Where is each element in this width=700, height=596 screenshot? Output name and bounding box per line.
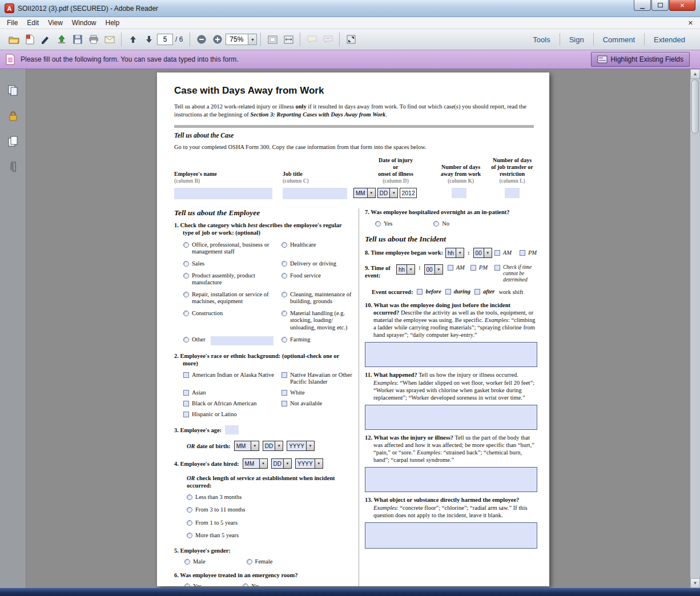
- dropdown-arrow-icon[interactable]: ▼: [251, 441, 259, 450]
- close-button[interactable]: ✕: [669, 0, 695, 11]
- page-thumbnails-icon[interactable]: [8, 85, 18, 96]
- dropdown-arrow-icon[interactable]: ▼: [435, 265, 442, 274]
- q7-option-yes[interactable]: Yes: [375, 220, 392, 227]
- q1-option-sales[interactable]: Sales: [183, 260, 281, 267]
- dob-month-select[interactable]: MM▼: [234, 441, 259, 451]
- time-undetermined-checkbox[interactable]: Check if time cannot be determined: [494, 264, 537, 283]
- q6-option-yes[interactable]: Yes: [184, 583, 202, 586]
- gender-option-male[interactable]: Male: [184, 558, 206, 565]
- days-away-field[interactable]: [452, 188, 466, 198]
- minimize-button[interactable]: ▁: [634, 0, 651, 11]
- q12-answer-field[interactable]: [365, 467, 537, 492]
- open-file-button[interactable]: [6, 32, 21, 47]
- page-display-button[interactable]: [265, 32, 280, 47]
- hired-day-select[interactable]: DD▼: [271, 458, 292, 469]
- q2-option-american-indian[interactable]: American Indian or Alaska Native: [183, 372, 281, 385]
- dropdown-arrow-icon[interactable]: ▼: [484, 248, 492, 257]
- fit-width-button[interactable]: [281, 32, 296, 47]
- dropdown-arrow-icon[interactable]: ▼: [315, 459, 323, 468]
- service-option-1-5-years[interactable]: From 1 to 5 years: [187, 520, 354, 526]
- other-text-field[interactable]: [211, 336, 273, 345]
- maximize-button[interactable]: [651, 0, 669, 11]
- dropdown-arrow-icon[interactable]: ▼: [407, 265, 415, 274]
- event-before-checkbox[interactable]: before: [417, 288, 441, 295]
- service-option-less-3-months[interactable]: Less than 3 months: [187, 494, 354, 501]
- attachments-clip-icon[interactable]: [10, 162, 16, 174]
- dropdown-arrow-icon[interactable]: ▼: [367, 188, 375, 198]
- dropdown-arrow-icon[interactable]: ▼: [456, 248, 464, 257]
- comment-panel-button[interactable]: Comment: [594, 32, 644, 47]
- dob-year-select[interactable]: YYYY▼: [287, 441, 315, 451]
- q6-option-no[interactable]: No: [243, 583, 259, 586]
- gender-option-female[interactable]: Female: [247, 558, 273, 565]
- employee-name-field[interactable]: [174, 188, 272, 199]
- q1-option-food-service[interactable]: Food service: [281, 272, 354, 286]
- print-button[interactable]: [86, 32, 101, 47]
- dropdown-arrow-icon[interactable]: ▼: [389, 188, 397, 198]
- q1-option-cleaning[interactable]: Cleaning, maintenance of building, groun…: [281, 291, 354, 305]
- q1-option-construction[interactable]: Construction: [183, 310, 281, 331]
- scrollbar-thumb[interactable]: [691, 79, 699, 134]
- dropdown-arrow-icon[interactable]: ▼: [283, 459, 291, 468]
- began-hour-select[interactable]: hh▼: [445, 248, 464, 258]
- zoom-in-button[interactable]: [210, 32, 225, 47]
- event-during-checkbox[interactable]: during: [445, 288, 470, 295]
- menu-edit[interactable]: Edit: [22, 18, 43, 28]
- q2-option-black[interactable]: Black or African American: [183, 400, 281, 407]
- dropdown-arrow-icon[interactable]: ▼: [275, 441, 283, 450]
- hired-year-select[interactable]: YYYY▼: [295, 458, 323, 469]
- hired-month-select[interactable]: MM▼: [243, 458, 268, 469]
- q1-option-farming[interactable]: Farming: [281, 336, 354, 345]
- sign-button-icon[interactable]: [38, 32, 53, 47]
- fullscreen-button[interactable]: [344, 32, 359, 47]
- q1-option-repair[interactable]: Repair, installation or service of machi…: [183, 291, 281, 305]
- zoom-out-button[interactable]: [194, 32, 209, 47]
- q1-option-other[interactable]: Other: [183, 336, 281, 345]
- q13-answer-field[interactable]: [365, 522, 537, 549]
- vertical-scrollbar[interactable]: ▲ ▼: [690, 69, 700, 588]
- email-button[interactable]: [102, 32, 117, 47]
- event-hour-select[interactable]: hh▼: [396, 264, 415, 275]
- highlight-fields-button[interactable]: Highlight Existing Fields: [591, 52, 690, 67]
- security-lock-icon[interactable]: [9, 111, 18, 121]
- zoom-dropdown-icon[interactable]: ▼: [248, 34, 256, 45]
- tools-panel-button[interactable]: Tools: [524, 32, 559, 47]
- q10-answer-field[interactable]: [365, 342, 537, 367]
- q7-option-no[interactable]: No: [433, 220, 449, 227]
- q2-option-not-available[interactable]: Not available: [281, 400, 354, 407]
- highlight-text-button[interactable]: [320, 32, 335, 47]
- began-pm-checkbox[interactable]: PM: [520, 249, 537, 256]
- save-button[interactable]: [70, 32, 85, 47]
- q11-answer-field[interactable]: [365, 405, 537, 430]
- q1-option-delivery[interactable]: Delivery or driving: [281, 260, 354, 267]
- zoom-level-select[interactable]: 75% ▼: [226, 34, 257, 45]
- q2-option-asian[interactable]: Asian: [183, 389, 281, 396]
- page-number-input[interactable]: [157, 34, 173, 45]
- q1-option-product-assembly[interactable]: Product assembly, product manufacture: [183, 272, 281, 286]
- scroll-down-icon[interactable]: ▼: [690, 578, 700, 588]
- event-am-checkbox[interactable]: AM: [448, 264, 465, 271]
- injury-day-select[interactable]: DD▼: [377, 188, 398, 198]
- sign-panel-button[interactable]: Sign: [560, 32, 593, 47]
- service-option-more-5-years[interactable]: More than 5 years: [187, 532, 354, 539]
- q2-option-white[interactable]: White: [281, 389, 354, 396]
- job-title-field[interactable]: [283, 188, 347, 199]
- share-button[interactable]: [54, 32, 69, 47]
- dropdown-arrow-icon[interactable]: ▼: [259, 459, 267, 468]
- q1-option-material-handling[interactable]: Material handling (e.g. stocking, loadin…: [281, 310, 354, 331]
- q2-option-hispanic[interactable]: Hispanic or Latino: [183, 411, 281, 418]
- event-after-checkbox[interactable]: after: [474, 288, 494, 295]
- scroll-up-icon[interactable]: ▲: [690, 69, 700, 79]
- q1-option-healthcare[interactable]: Healthcare: [281, 241, 354, 255]
- dob-day-select[interactable]: DD▼: [263, 441, 283, 451]
- began-am-checkbox[interactable]: AM: [494, 249, 512, 256]
- days-transfer-field[interactable]: [505, 188, 520, 198]
- event-pm-checkbox[interactable]: PM: [470, 264, 488, 271]
- previous-page-button[interactable]: [126, 32, 140, 47]
- menu-file[interactable]: File: [2, 18, 22, 28]
- dropdown-arrow-icon[interactable]: ▼: [306, 441, 314, 450]
- q1-option-office[interactable]: Office, professional, business or manage…: [183, 241, 281, 255]
- close-document-icon[interactable]: ✕: [688, 19, 693, 27]
- service-option-3-11-months[interactable]: From 3 to 11 months: [187, 506, 354, 513]
- q2-option-native-hawaiian[interactable]: Native Hawaiian or Other Pacific Islande…: [281, 372, 354, 385]
